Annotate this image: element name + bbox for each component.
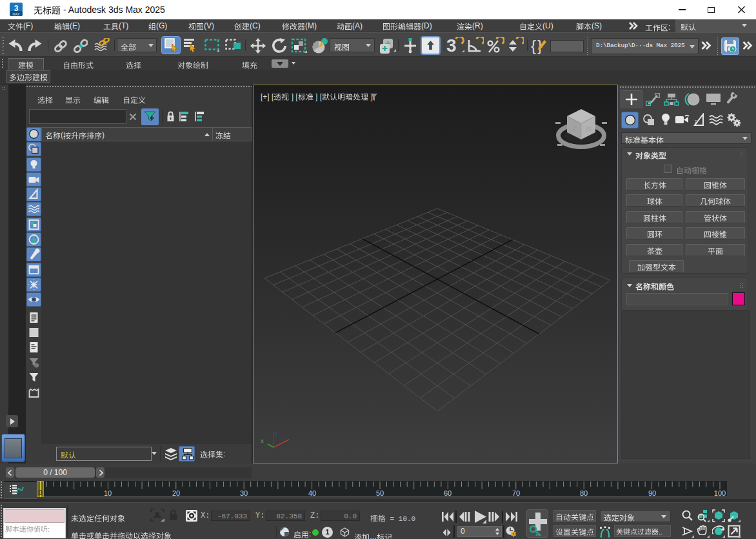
svg-text:10: 10 bbox=[104, 489, 112, 497]
svg-text:20: 20 bbox=[172, 489, 180, 497]
svg-text:z: z bbox=[275, 431, 278, 437]
svg-text:70: 70 bbox=[512, 489, 520, 497]
svg-text:100: 100 bbox=[714, 489, 726, 497]
svg-text:90: 90 bbox=[648, 489, 656, 497]
svg-text:x: x bbox=[261, 438, 264, 444]
svg-text:3: 3 bbox=[14, 4, 19, 13]
svg-text:60: 60 bbox=[444, 489, 452, 497]
svg-text:{: { bbox=[531, 37, 536, 54]
svg-text:50: 50 bbox=[376, 489, 384, 497]
svg-text:80: 80 bbox=[580, 489, 588, 497]
svg-text:30: 30 bbox=[240, 489, 248, 497]
svg-text:3: 3 bbox=[446, 37, 457, 54]
svg-text:40: 40 bbox=[308, 489, 316, 497]
svg-text:MAX: MAX bbox=[13, 12, 21, 16]
